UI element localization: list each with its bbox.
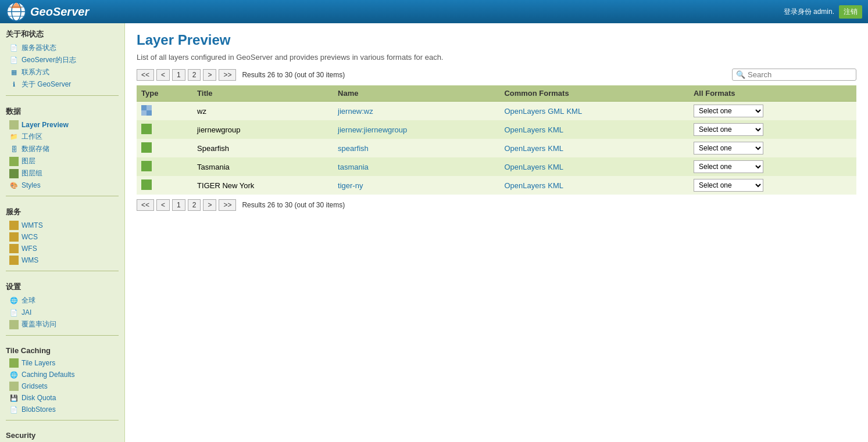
sidebar-item-wcs[interactable]: WCS <box>0 231 124 243</box>
format-link-kml[interactable]: KML <box>548 181 563 190</box>
cell-common-formats: OpenLayersGMLKML <box>499 102 689 121</box>
pagination-bottom: << < 1 2 > >> Results 26 to 30 (out of 3… <box>137 199 856 211</box>
all-formats-select[interactable]: Select one <box>694 160 763 173</box>
user-area: 登录身份 admin. 注销 <box>784 5 862 19</box>
sidebar-item-gridsets[interactable]: Gridsets <box>0 380 124 392</box>
sidebar-item-jai[interactable]: 📄 JAI <box>0 307 124 318</box>
format-link-kml[interactable]: KML <box>548 144 563 153</box>
disk-icon: 💾 <box>9 393 19 403</box>
col-type: Type <box>137 85 192 102</box>
db-icon: 🗄 <box>9 145 19 154</box>
sidebar-item-about[interactable]: ℹ 关于 GeoServer <box>0 78 124 91</box>
sidebar-item-server-status[interactable]: 📄 服务器状态 <box>0 42 124 54</box>
sidebar-item-styles[interactable]: 🎨 Styles <box>0 179 124 191</box>
sidebar-label: 图层 <box>22 156 35 166</box>
sidebar-label: WMS <box>22 256 38 264</box>
page2-button-b[interactable]: 2 <box>188 199 201 211</box>
last-page-button[interactable]: >> <box>219 69 236 81</box>
grid-icon <box>9 382 19 391</box>
format-link-openlayers[interactable]: OpenLayers <box>504 163 545 171</box>
table-row: TasmaniatasmaniaOpenLayersKMLSelect one <box>137 157 856 176</box>
sidebar-item-wms[interactable]: WMS <box>0 254 124 266</box>
all-formats-select[interactable]: Select one <box>694 142 763 154</box>
cell-name: tiger-ny <box>333 176 499 195</box>
all-formats-select[interactable]: Select one <box>694 123 763 136</box>
user-label: 登录身份 admin. <box>784 7 834 17</box>
format-link-gml[interactable]: GML <box>548 107 564 116</box>
sidebar-item-workspaces[interactable]: 📁 工作区 <box>0 131 124 143</box>
search-icon: 🔍 <box>736 70 745 79</box>
svg-rect-12 <box>141 161 152 171</box>
grid-icon <box>9 120 19 130</box>
layer-name-link[interactable]: tiger-ny <box>338 181 363 190</box>
first-page-button[interactable]: << <box>137 69 154 81</box>
sidebar-label: 关于 GeoServer <box>22 80 71 89</box>
logout-button[interactable]: 注销 <box>839 5 862 19</box>
format-link-kml[interactable]: KML <box>566 107 582 116</box>
next-page-button-b[interactable]: > <box>203 199 216 211</box>
sidebar-item-wfs[interactable]: WFS <box>0 243 124 254</box>
sidebar-item-tile-layers[interactable]: Tile Layers <box>0 357 124 369</box>
sidebar-label: Layer Preview <box>22 121 69 129</box>
layers-icon <box>9 169 19 178</box>
vector-type-icon <box>141 146 152 154</box>
layer-name-link[interactable]: tasmania <box>338 163 369 171</box>
layer-name-link[interactable]: jiernew:wz <box>338 107 373 116</box>
service-icon <box>9 244 19 253</box>
sidebar-item-disk-quota[interactable]: 💾 Disk Quota <box>0 392 124 404</box>
cell-common-formats: OpenLayersKML <box>499 176 689 195</box>
search-input[interactable] <box>748 70 852 79</box>
sidebar-item-blobstores[interactable]: 📄 BlobStores <box>0 404 124 415</box>
sidebar-item-layer-preview[interactable]: Layer Preview <box>0 119 124 131</box>
section-title-security: Security <box>0 425 124 442</box>
sidebar-label: 全球 <box>22 296 35 306</box>
logo-area: GeoServer <box>6 1 89 22</box>
sidebar-item-wmts[interactable]: WMTS <box>0 220 124 231</box>
sidebar-item-coverage-access[interactable]: 覆盖率访问 <box>0 318 124 330</box>
format-link-kml[interactable]: KML <box>548 163 563 171</box>
sidebar-item-layergroups[interactable]: 图层组 <box>0 167 124 179</box>
cell-name: tasmania <box>333 157 499 176</box>
format-link-kml[interactable]: KML <box>548 125 563 134</box>
cell-title: wz <box>192 102 333 121</box>
divider <box>6 420 119 421</box>
sidebar-item-caching-defaults[interactable]: 🌐 Caching Defaults <box>0 369 124 380</box>
sidebar-item-geoserver-log[interactable]: 📄 GeoServer的日志 <box>0 54 124 66</box>
page2-button[interactable]: 2 <box>188 69 201 81</box>
svg-rect-10 <box>141 124 152 134</box>
all-formats-select[interactable]: Select one <box>694 105 763 117</box>
col-common-formats: Common Formats <box>499 85 689 102</box>
grid-icon <box>9 320 19 329</box>
main-content: Layer Preview List of all layers configu… <box>125 23 868 442</box>
cell-title: Tasmania <box>192 157 333 176</box>
layer-name-link[interactable]: jiernew:jiernewgroup <box>338 125 407 134</box>
divider <box>6 196 119 196</box>
cell-common-formats: OpenLayersKML <box>499 120 689 139</box>
next-page-button[interactable]: > <box>203 69 216 81</box>
table-row: TIGER New Yorktiger-nyOpenLayersKMLSelec… <box>137 176 856 195</box>
sidebar-item-layers[interactable]: 图层 <box>0 155 124 167</box>
sidebar-item-contact[interactable]: ▦ 联系方式 <box>0 66 124 78</box>
sidebar-item-global[interactable]: 🌐 全球 <box>0 294 124 307</box>
first-page-button-b[interactable]: << <box>137 199 154 211</box>
prev-page-button-b[interactable]: < <box>156 199 170 211</box>
all-formats-select[interactable]: Select one <box>694 179 763 192</box>
divider <box>6 335 119 336</box>
last-page-button-b[interactable]: >> <box>219 199 236 211</box>
sidebar-label: Disk Quota <box>22 394 56 402</box>
sidebar-label: 工作区 <box>22 132 42 142</box>
cell-all-formats: Select one <box>689 157 856 176</box>
layer-name-link[interactable]: spearfish <box>338 144 369 153</box>
section-title-settings: 设置 <box>0 276 124 294</box>
format-link-openlayers[interactable]: OpenLayers <box>504 107 545 116</box>
prev-page-button[interactable]: < <box>156 69 170 81</box>
page1-button[interactable]: 1 <box>172 69 185 81</box>
page1-button-b[interactable]: 1 <box>172 199 185 211</box>
sidebar-label: Tile Layers <box>22 359 55 367</box>
format-link-openlayers[interactable]: OpenLayers <box>504 181 545 190</box>
sidebar-label: 联系方式 <box>22 67 49 77</box>
sidebar-item-datastores[interactable]: 🗄 数据存储 <box>0 143 124 155</box>
format-link-openlayers[interactable]: OpenLayers <box>504 125 545 134</box>
svg-rect-8 <box>141 110 147 116</box>
format-link-openlayers[interactable]: OpenLayers <box>504 144 545 153</box>
